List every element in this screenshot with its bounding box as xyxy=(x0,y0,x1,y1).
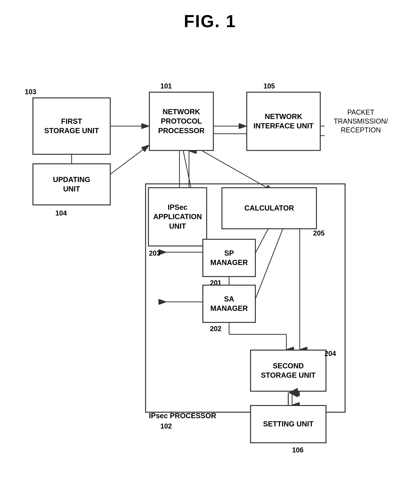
ipsec-application-unit-ref: 203 xyxy=(149,249,160,257)
setting-unit-ref: 106 xyxy=(292,446,303,454)
sp-manager-box: SP MANAGER xyxy=(202,239,256,277)
setting-unit-box: SETTING UNIT xyxy=(250,405,326,443)
updating-unit-ref: 104 xyxy=(55,209,67,217)
ipsec-application-unit-box: IPSec APPLICATION UNIT xyxy=(148,187,207,246)
calculator-ref: 205 xyxy=(313,229,325,237)
network-interface-unit-ref: 105 xyxy=(263,82,275,90)
sa-manager-ref: 202 xyxy=(210,325,221,333)
sa-manager-box: SA MANAGER xyxy=(202,285,256,323)
first-storage-unit-box: FIRST STORAGE UNIT xyxy=(32,97,111,155)
ipsec-processor-ref: 102 xyxy=(160,422,172,430)
page-title: FIG. 1 xyxy=(184,12,236,31)
network-interface-unit-box: NETWORK INTERFACE UNIT xyxy=(246,92,321,151)
ipsec-processor-label: IPsec PROCESSOR xyxy=(149,412,216,420)
first-storage-unit-ref: 103 xyxy=(25,88,36,96)
network-protocol-processor-ref: 101 xyxy=(160,82,172,90)
calculator-box: CALCULATOR xyxy=(221,187,317,229)
second-storage-unit-ref: 204 xyxy=(325,350,336,358)
packet-transmission-box: PACKET TRANSMISSION/ RECEPTION xyxy=(325,92,397,151)
svg-line-6 xyxy=(111,145,149,174)
second-storage-unit-box: SECOND STORAGE UNIT xyxy=(250,350,326,392)
updating-unit-box: UPDATING UNIT xyxy=(32,163,111,205)
network-protocol-processor-box: NETWORK PROTOCOL PROCESSOR xyxy=(149,92,214,151)
